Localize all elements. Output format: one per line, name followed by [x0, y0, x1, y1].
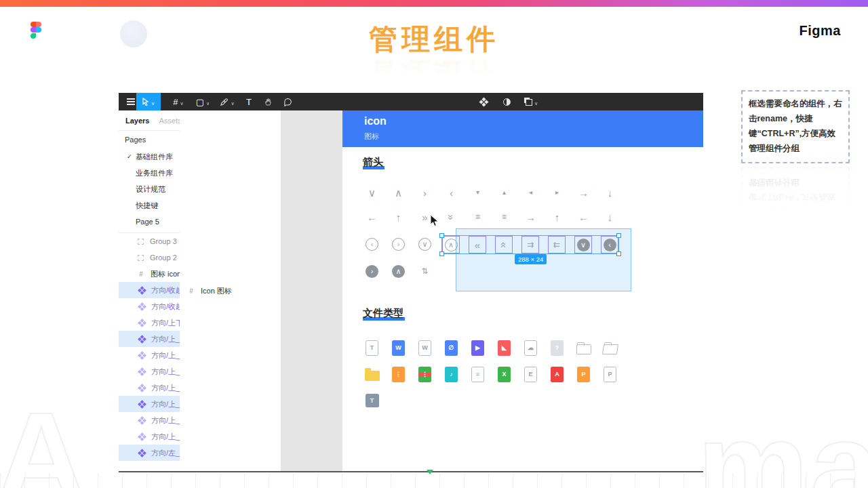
arrow-icon-row: ›∧⇅ [359, 263, 438, 279]
file-icon[interactable]: ? [544, 339, 570, 357]
frame-subtitle: 图标 [364, 131, 379, 142]
arrow-icon[interactable]: ← [359, 209, 385, 225]
file-icon[interactable]: W [385, 339, 412, 357]
file-icon[interactable]: T [359, 392, 385, 409]
boolean-groups-icon[interactable] [519, 93, 543, 110]
hand-icon [264, 98, 273, 106]
arrow-icon[interactable]: › [412, 184, 438, 201]
move-tool-button[interactable] [136, 93, 161, 110]
file-icon[interactable]: ◣ [491, 339, 517, 357]
arrow-icon[interactable]: › [385, 236, 412, 252]
file-icon-row: ⋮⋮♪≡XEAPP [359, 365, 623, 383]
file-icon[interactable]: X [491, 365, 517, 383]
arrow-icon[interactable]: → [517, 209, 544, 225]
file-icon[interactable]: ⋮ [385, 365, 412, 383]
text-tool-button[interactable]: T [239, 93, 258, 110]
selection-size-badge: 288 × 24 [515, 254, 547, 264]
red-file-icon: ◣ [498, 340, 511, 356]
orange-file-icon: ⋮ [392, 367, 405, 382]
arrow-icon[interactable]: ∧ [385, 184, 412, 201]
folder-open-file-icon [601, 344, 618, 354]
arrow-icon[interactable]: ‹ [438, 184, 465, 201]
arrow-icon[interactable]: ⇅ [412, 263, 438, 279]
section-heading-files: 文件类型 [363, 307, 405, 321]
file-icon[interactable]: ≡ [465, 365, 491, 383]
arrow-icon[interactable]: ← [570, 209, 597, 225]
pdf-file-icon: A [551, 367, 564, 382]
arrow-icon[interactable]: ≡ [491, 209, 517, 225]
layer-label: Icon 图标 [201, 286, 232, 296]
folder-line-file-icon [576, 344, 591, 354]
blue-file-icon: ∅ [445, 340, 458, 356]
arrow-icon-row: ←↑»»≡≡→↑←↓ [359, 209, 623, 225]
component-icon [138, 351, 146, 360]
excel-file-icon: X [498, 367, 511, 382]
arrow-icon[interactable]: ∨ [412, 236, 438, 252]
file-icon[interactable]: E [517, 365, 544, 383]
arrow-icon[interactable]: › [359, 263, 385, 279]
file-icon[interactable]: ⋮ [412, 365, 438, 383]
file-icon[interactable]: ∅ [438, 339, 465, 357]
frame-icon: # [138, 270, 144, 278]
arrow-icon[interactable]: » [438, 209, 465, 225]
file-icon[interactable]: A [544, 365, 570, 383]
selection-handle[interactable] [616, 233, 621, 238]
arrow-icon[interactable]: ‹ [359, 236, 385, 252]
page-label: Page 5 [136, 218, 159, 226]
file-icon[interactable] [359, 365, 385, 383]
arrow-icon[interactable]: ◂ [517, 184, 544, 201]
arrow-icon[interactable]: ▴ [491, 184, 517, 201]
arrow-icon[interactable]: ∨ [359, 184, 385, 201]
arrow-icon[interactable]: → [570, 184, 597, 201]
teal-file-icon: ♪ [445, 367, 458, 382]
arrow-icon[interactable]: ↑ [385, 209, 412, 225]
shape-tool-button[interactable]: ▢ [191, 93, 215, 110]
arrow-icon[interactable]: ▸ [544, 184, 570, 201]
tab-assets[interactable]: Assets [159, 117, 181, 125]
arrow-icon[interactable]: ↑ [544, 209, 570, 225]
selection-handle[interactable] [439, 251, 444, 256]
frame-tool-button[interactable]: # [166, 93, 191, 110]
file-icon[interactable]: P [570, 365, 597, 383]
mask-icon[interactable] [496, 93, 517, 110]
file-icon[interactable]: W [412, 339, 438, 357]
arrow-icon[interactable]: ∧ [385, 263, 412, 279]
file-icon[interactable] [570, 339, 597, 357]
layers-list: #Icon 图标Group 3Group 2#图标 icon方向/收起_长箭头方… [119, 233, 281, 461]
cursor-icon [142, 98, 149, 106]
component-icon [138, 286, 146, 295]
selection-bounding-box[interactable] [441, 235, 619, 254]
rar-file-icon: ⋮ [418, 367, 431, 382]
arrow-icon[interactable]: ↓ [597, 184, 623, 201]
file-icon[interactable]: ☁ [517, 339, 544, 357]
selection-handle[interactable] [616, 251, 621, 256]
layer-row[interactable]: #Icon 图标 [180, 110, 281, 471]
component-icon [138, 367, 146, 376]
tab-layers[interactable]: Layers [125, 117, 149, 125]
page-label: 业务组件库 [136, 168, 173, 178]
selection-handle[interactable] [439, 233, 444, 238]
file-icon[interactable]: T [359, 339, 385, 357]
hand-tool-button[interactable] [258, 93, 277, 110]
purple-file-icon: ▶ [471, 340, 484, 356]
comment-icon[interactable] [277, 93, 298, 110]
layer-label: 图标 icon [151, 269, 181, 279]
arrow-icon[interactable]: ↓ [597, 209, 623, 225]
file-icon[interactable]: P [597, 365, 623, 383]
component-icon[interactable] [473, 93, 494, 110]
pen-tool-button[interactable] [215, 93, 239, 110]
annotation-box: 框选需要命名的组件，右击rename，快捷键“CTRL+R”,方便高效管理组件分… [741, 90, 850, 163]
arrow-icon[interactable]: ≡ [465, 209, 491, 225]
slate-file-icon: T [366, 394, 379, 407]
file-icon[interactable]: ▶ [465, 339, 491, 357]
arrow-icon-row: ∨∧›‹▾▴◂▸→↓ [359, 184, 623, 201]
arrow-icon[interactable]: ▾ [465, 184, 491, 201]
ppt-file-icon: P [577, 367, 590, 382]
outline-file-icon: T [366, 340, 378, 356]
pages-label: Pages [125, 136, 146, 144]
canvas[interactable]: icon 图标 箭头 ∨∧›‹▾▴◂▸→↓ ←↑»»≡≡→↑←↓ ‹›∨ ›∧⇅… [281, 110, 703, 471]
file-icon[interactable] [597, 339, 623, 357]
component-icon [138, 384, 146, 392]
outline-file-icon: P [604, 367, 616, 382]
file-icon[interactable]: ♪ [438, 365, 465, 383]
